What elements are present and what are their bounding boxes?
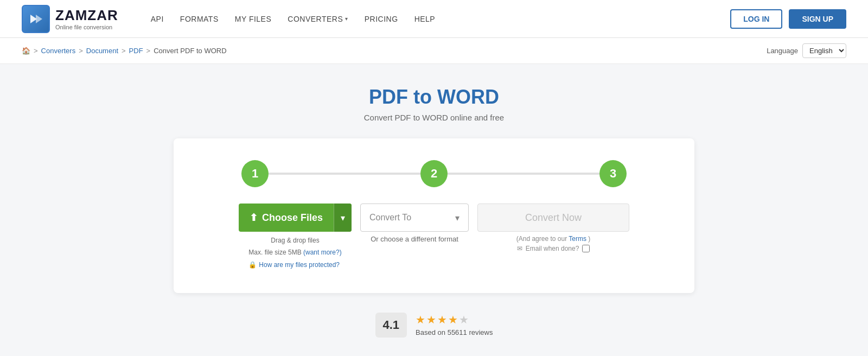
- sep-4: >: [146, 47, 151, 55]
- email-label: Email when done?: [526, 245, 579, 252]
- rating-stars-wrap: ★ ★ ★ ★ ★ Based on 55611 reviews: [416, 313, 493, 336]
- choose-files-wrap: ⬆ Choose Files ▾ Drag & drop files Max. …: [239, 204, 352, 271]
- convert-to-chevron-icon: ▾: [455, 213, 459, 223]
- main-content: PDF to WORD Convert PDF to WORD online a…: [0, 64, 868, 356]
- rating-section: 4.1 ★ ★ ★ ★ ★ Based on 55611 reviews: [375, 313, 493, 338]
- step-3: 3: [599, 160, 627, 187]
- svg-marker-1: [36, 15, 42, 23]
- login-button[interactable]: LOG IN: [730, 9, 782, 29]
- logo-svg: [27, 10, 44, 28]
- breadcrumb-current: Convert PDF to WORD: [154, 47, 226, 55]
- logo-name: ZAMZAR: [55, 7, 118, 24]
- signup-button[interactable]: SIGN UP: [789, 9, 846, 29]
- step-line-1: [269, 173, 420, 175]
- page-subtitle: Convert PDF to WORD online and free: [364, 113, 504, 122]
- header-buttons: LOG IN SIGN UP: [730, 9, 846, 29]
- convert-now-wrap: Convert Now (And agree to our Terms ) ✉ …: [477, 204, 629, 252]
- nav-converters[interactable]: CONVERTERS ▾: [288, 15, 348, 23]
- sep-2: >: [79, 47, 83, 55]
- converters-chevron-icon: ▾: [345, 16, 348, 22]
- or-choose-label: Or choose a different format: [371, 235, 458, 243]
- step-line-2: [448, 173, 599, 175]
- nav-api[interactable]: API: [151, 15, 164, 23]
- max-size-text: Max. file size 5MB (want more?): [248, 247, 341, 259]
- logo[interactable]: ZAMZAR Online file conversion: [22, 5, 118, 33]
- breadcrumb-converters[interactable]: Converters: [41, 47, 76, 55]
- sep-1: >: [34, 47, 38, 55]
- star-1: ★: [416, 313, 425, 326]
- stars: ★ ★ ★ ★ ★: [416, 313, 493, 326]
- lock-icon: 🔒: [248, 259, 257, 271]
- convert-now-info: (And agree to our Terms ): [516, 235, 591, 243]
- logo-icon: [22, 5, 50, 33]
- home-icon[interactable]: 🏠: [22, 47, 30, 55]
- star-2: ★: [426, 313, 436, 326]
- want-more-link[interactable]: (want more?): [303, 249, 342, 256]
- steps-row: 1 2 3: [206, 160, 662, 187]
- choose-files-dropdown-arrow[interactable]: ▾: [334, 204, 352, 232]
- choose-files-main: ⬆ Choose Files: [239, 204, 334, 232]
- sep-3: >: [122, 47, 126, 55]
- choose-files-button[interactable]: ⬆ Choose Files ▾: [239, 204, 352, 232]
- nav-pricing[interactable]: PRICING: [365, 15, 398, 23]
- language-selector: Language English: [767, 43, 846, 58]
- star-5: ★: [459, 313, 469, 326]
- header: ZAMZAR Online file conversion API FORMAT…: [0, 0, 868, 38]
- main-nav: API FORMATS MY FILES CONVERTERS ▾ PRICIN…: [151, 15, 730, 23]
- rating-badge: 4.1: [375, 313, 407, 338]
- upload-icon: ⬆: [250, 212, 258, 224]
- convert-to-placeholder: Convert To: [369, 213, 411, 223]
- star-4: ★: [448, 313, 458, 326]
- choose-files-info: Drag & drop files Max. file size 5MB (wa…: [248, 235, 341, 271]
- rating-count: Based on 55611 reviews: [416, 328, 493, 336]
- breadcrumb-pdf[interactable]: PDF: [129, 47, 143, 55]
- step-2: 2: [420, 160, 448, 187]
- step-1: 1: [241, 160, 269, 187]
- nav-my-files[interactable]: MY FILES: [235, 15, 272, 23]
- mail-icon: ✉: [517, 245, 522, 252]
- convert-to-wrap: Convert To ▾ Or choose a different forma…: [360, 204, 469, 243]
- language-label: Language: [767, 47, 798, 55]
- action-row: ⬆ Choose Files ▾ Drag & drop files Max. …: [206, 204, 662, 271]
- convert-to-dropdown[interactable]: Convert To ▾: [360, 204, 469, 232]
- language-dropdown[interactable]: English: [802, 43, 846, 58]
- choose-files-label: Choose Files: [262, 212, 323, 224]
- email-row: ✉ Email when done?: [517, 245, 590, 252]
- breadcrumb: 🏠 > Converters > Document > PDF > Conver…: [22, 47, 227, 55]
- page-title: PDF to WORD: [369, 86, 499, 109]
- breadcrumb-bar: 🏠 > Converters > Document > PDF > Conver…: [0, 38, 868, 64]
- nav-help[interactable]: HELP: [414, 15, 436, 23]
- converter-card: 1 2 3 ⬆ Choose Files ▾: [174, 138, 694, 293]
- nav-formats[interactable]: FORMATS: [180, 15, 219, 23]
- chevron-down-icon: ▾: [341, 213, 345, 223]
- terms-link[interactable]: Terms: [569, 235, 586, 243]
- protected-link[interactable]: 🔒 How are my files protected?: [248, 259, 341, 271]
- logo-tagline: Online file conversion: [55, 24, 118, 30]
- star-3: ★: [437, 313, 447, 326]
- email-checkbox[interactable]: [582, 245, 590, 252]
- convert-now-button[interactable]: Convert Now: [477, 204, 629, 232]
- breadcrumb-document[interactable]: Document: [86, 47, 118, 55]
- logo-text: ZAMZAR Online file conversion: [55, 7, 118, 30]
- drag-drop-text: Drag & drop files: [248, 235, 341, 247]
